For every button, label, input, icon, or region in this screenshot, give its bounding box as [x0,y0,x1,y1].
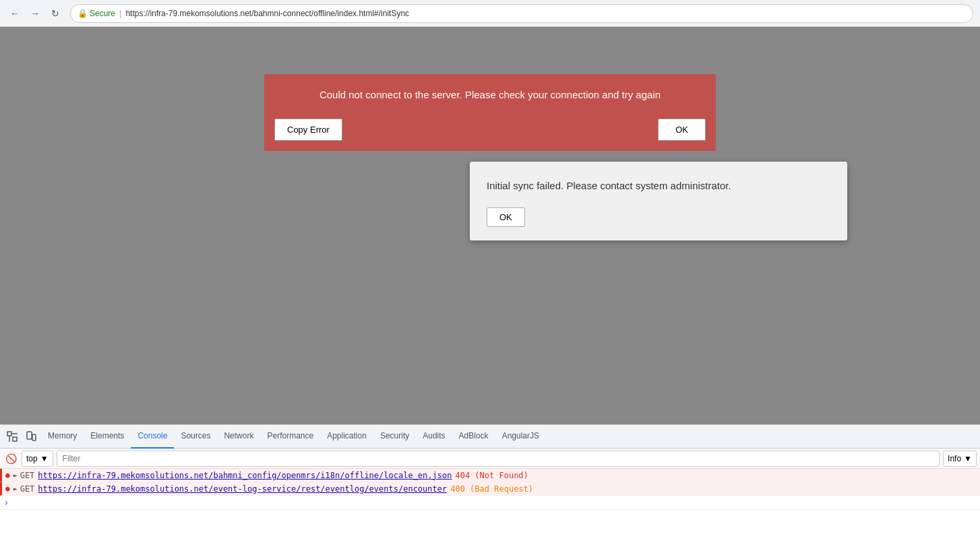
expand-btn-1[interactable]: ► [13,471,18,479]
filter-input[interactable] [57,451,940,467]
error-dialog-gray-message: Initial sync failed. Please contact syst… [487,178,830,194]
nav-buttons: ← → ↻ [7,5,63,22]
info-selector[interactable]: Info ▼ [943,451,977,467]
console-status-1: 404 (Not Found) [455,471,528,480]
tab-security[interactable]: Security [373,425,416,449]
console-row-400: ● ► GET https://infra-79.mekomsolutions.… [0,482,980,496]
error-dialog-red-message: Could not connect to the server. Please … [264,74,716,112]
svg-rect-1 [13,437,17,441]
console-row-404: ● ► GET https://infra-79.mekomsolutions.… [0,469,980,482]
info-value: Info [948,454,961,463]
svg-rect-0 [7,432,11,436]
tab-adblock[interactable]: AdBlock [452,425,495,449]
tab-application[interactable]: Application [320,425,373,449]
lock-icon: 🔒 [78,9,88,18]
context-chevron-icon: ▼ [40,454,49,463]
devtools-inspect-button[interactable] [3,428,21,445]
browser-chrome: ← → ↻ 🔒 Secure | https://infra-79.mekoms… [0,0,980,27]
tab-elements[interactable]: Elements [84,425,131,449]
tab-angularjs[interactable]: AngularJS [495,425,546,449]
ok-red-button[interactable]: OK [658,119,706,141]
refresh-button[interactable]: ↻ [47,5,63,22]
tab-memory[interactable]: Memory [41,425,84,449]
method-get-1: GET [20,471,35,480]
svg-rect-4 [27,432,32,439]
expand-btn-2[interactable]: ► [13,485,18,492]
tab-console[interactable]: Console [131,425,174,449]
error-icon-1: ● [5,471,10,480]
tab-audits[interactable]: Audits [416,425,452,449]
console-url-2[interactable]: https://infra-79.mekomsolutions.net/even… [38,484,447,494]
forward-button[interactable]: → [27,5,43,22]
url-text: https://infra-79.mekomsolutions.net/bahm… [125,9,409,18]
secure-indicator: 🔒 Secure [78,9,115,18]
url-separator: | [119,8,121,18]
devtools-device-button[interactable] [22,428,40,445]
address-bar[interactable]: 🔒 Secure | https://infra-79.mekomsolutio… [70,4,973,23]
context-value: top [26,454,38,463]
devtools-panel: Memory Elements Console Sources Network … [0,424,980,557]
clear-console-button[interactable]: 🚫 [3,451,18,466]
devtools-tabs: Memory Elements Console Sources Network … [0,425,980,449]
error-dialog-red-footer: Copy Error OK [264,112,716,151]
console-status-2: 400 (Bad Request) [450,484,533,494]
info-chevron-icon: ▼ [964,454,972,463]
console-prompt-row: › [0,496,980,510]
error-dialog-red: Could not connect to the server. Please … [264,74,716,151]
devtools-toolbar: 🚫 top ▼ Info ▼ [0,449,980,469]
console-url-1[interactable]: https://infra-79.mekomsolutions.net/bahm… [38,471,452,480]
back-button[interactable]: ← [7,5,23,22]
secure-label-text: Secure [90,9,115,18]
tab-sources[interactable]: Sources [174,425,217,449]
method-get-2: GET [20,484,35,494]
tab-network[interactable]: Network [217,425,260,449]
copy-error-button[interactable]: Copy Error [274,119,342,141]
error-dialog-gray: Initial sync failed. Please contact syst… [470,162,847,240]
devtools-console: ● ► GET https://infra-79.mekomsolutions.… [0,469,980,557]
context-selector[interactable]: top ▼ [22,451,53,467]
svg-rect-5 [32,434,36,440]
error-icon-2: ● [5,484,10,493]
page-content: Could not connect to the server. Please … [0,27,980,424]
prompt-icon: › [3,497,9,508]
tab-performance[interactable]: Performance [260,425,320,449]
ok-gray-button[interactable]: OK [487,207,525,227]
